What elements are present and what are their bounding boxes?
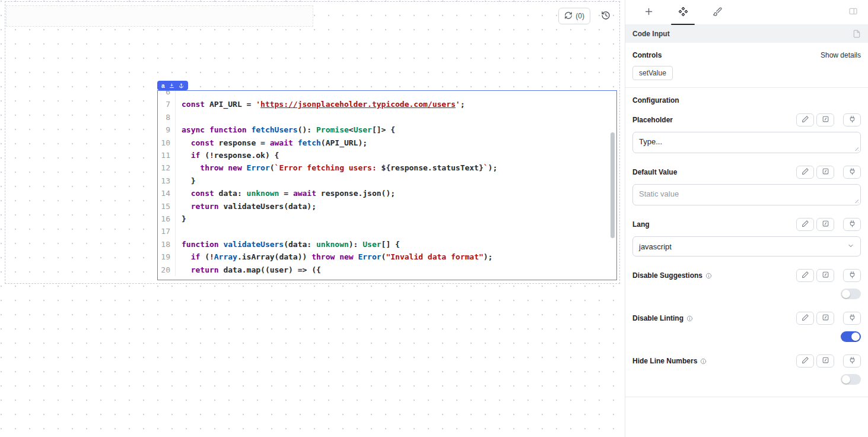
code-text: function validateUsers(data: unknown): U…	[176, 238, 400, 251]
editor-scrollbar-thumb[interactable]	[611, 132, 615, 238]
code-text: const response = await fetch(API_URL);	[176, 137, 367, 149]
field-label-text: Default Value	[632, 168, 677, 176]
refresh-icon	[564, 11, 573, 21]
anchor-icon[interactable]	[179, 83, 184, 88]
app-root: (0) a 67const API_URL = 'https://jsonpla…	[0, 0, 868, 437]
code-text	[176, 91, 182, 98]
line-number: 15	[158, 200, 176, 213]
bind-property-button[interactable]	[843, 218, 861, 231]
selected-widget-header: Code Input	[625, 25, 868, 43]
code-line: 17	[158, 225, 609, 238]
field-value-input[interactable]: Static value	[632, 184, 861, 205]
document-icon[interactable]	[853, 30, 861, 38]
line-number: 16	[158, 213, 176, 225]
components-icon	[678, 7, 688, 18]
tab-add-components[interactable]	[631, 0, 666, 25]
code-line: 11 if (!response.ok) {	[158, 149, 609, 162]
fx-code-icon	[822, 271, 829, 280]
edit-value-button[interactable]	[796, 218, 814, 231]
line-number: 11	[158, 149, 176, 162]
fx-toggle-button[interactable]	[816, 312, 834, 325]
tab-styles[interactable]	[700, 0, 735, 25]
code-text	[176, 111, 182, 124]
bind-property-button[interactable]	[843, 166, 861, 179]
plug-icon	[848, 314, 856, 323]
resize-handle[interactable]	[854, 198, 859, 203]
config-field-placeholder: PlaceholderType...	[632, 113, 861, 153]
canvas-header-slot[interactable]	[6, 5, 313, 27]
toggle-switch[interactable]	[841, 289, 861, 299]
toggle-switch[interactable]	[841, 331, 861, 342]
fx-toggle-button[interactable]	[816, 166, 834, 179]
edit-value-button[interactable]	[796, 113, 814, 126]
field-actions	[796, 113, 861, 126]
code-line: 15 return validateUsers(data);	[158, 200, 609, 213]
collapse-right-panel-button[interactable]	[844, 4, 862, 21]
pencil-icon	[802, 314, 809, 323]
line-number: 10	[158, 137, 176, 149]
code-line: 18function validateUsers(data: unknown):…	[158, 238, 609, 251]
widget-handle[interactable]: a	[157, 81, 188, 90]
field-label-text: Hide Line Numbers	[632, 357, 697, 365]
bind-property-button[interactable]	[843, 113, 861, 126]
bind-property-button[interactable]	[843, 354, 861, 368]
field-label-text: Placeholder	[632, 116, 673, 124]
fx-toggle-button[interactable]	[816, 269, 834, 282]
edit-value-button[interactable]	[796, 354, 814, 368]
field-actions	[796, 312, 861, 325]
code-text: throw new Error(`Error fetching users: $…	[176, 162, 497, 174]
field-value-input[interactable]: Type...	[632, 132, 861, 153]
line-number: 8	[158, 111, 176, 124]
edit-value-button[interactable]	[796, 312, 814, 325]
field-label-text: Disable Linting	[632, 314, 683, 322]
fx-toggle-button[interactable]	[816, 354, 834, 368]
code-input-widget[interactable]: 67const API_URL = 'https://jsonplacehold…	[157, 90, 617, 280]
line-number: 20	[158, 264, 176, 276]
control-chip[interactable]: setValue	[632, 66, 673, 80]
line-number: 18	[158, 238, 176, 251]
field-label: Lang	[632, 220, 650, 229]
plug-icon	[848, 356, 856, 366]
code-line: 20 return data.map((user) => ({	[158, 264, 609, 276]
undo-history-button[interactable]	[597, 8, 614, 24]
code-line: 9async function fetchUsers(): Promise<Us…	[158, 124, 609, 136]
line-number: 7	[158, 98, 176, 110]
edit-value-button[interactable]	[796, 166, 814, 179]
code-line: 16}	[158, 213, 609, 225]
editor-canvas[interactable]: (0) a 67const API_URL = 'https://jsonpla…	[0, 0, 625, 437]
toggle-knob	[842, 290, 850, 298]
line-number: 19	[158, 251, 176, 263]
config-field-disable-suggestions: Disable Suggestions	[632, 268, 861, 299]
canvas-toolbar: (0)	[558, 8, 614, 24]
fx-toggle-button[interactable]	[816, 113, 834, 126]
bind-property-button[interactable]	[843, 312, 861, 325]
bind-property-button[interactable]	[843, 269, 861, 282]
code-editor[interactable]: 67const API_URL = 'https://jsonplacehold…	[158, 91, 609, 280]
fx-code-icon	[822, 356, 829, 366]
refresh-queries-button[interactable]: (0)	[558, 8, 590, 24]
resize-handle[interactable]	[854, 146, 859, 151]
field-label: Disable Suggestions	[632, 271, 712, 280]
config-field-default-value: Default ValueStatic value	[632, 165, 861, 205]
field-label: Disable Linting	[632, 314, 693, 322]
align-widget-icon[interactable]	[169, 83, 174, 88]
lang-select[interactable]: javascript	[632, 236, 861, 256]
refresh-count-label: (0)	[576, 12, 584, 20]
show-details-link[interactable]: Show details	[821, 51, 861, 59]
pencil-icon	[802, 356, 809, 366]
plug-icon	[848, 220, 856, 229]
config-field-disable-linting: Disable Linting	[632, 311, 861, 342]
fx-toggle-button[interactable]	[816, 218, 834, 231]
code-line: 14 const data: unknown = await response.…	[158, 187, 609, 200]
toggle-switch[interactable]	[841, 374, 861, 385]
plug-icon	[848, 271, 856, 280]
edit-value-button[interactable]	[796, 269, 814, 282]
select-value: javascript	[639, 242, 672, 251]
code-text: const API_URL = 'https://jsonplaceholder…	[176, 98, 465, 110]
code-text	[176, 225, 182, 238]
code-text: if (!response.ok) {	[176, 149, 279, 162]
tab-component-inspector[interactable]	[666, 0, 700, 25]
code-line: 8	[158, 111, 609, 124]
code-line: 10 const response = await fetch(API_URL)…	[158, 137, 609, 149]
pencil-icon	[802, 220, 809, 229]
